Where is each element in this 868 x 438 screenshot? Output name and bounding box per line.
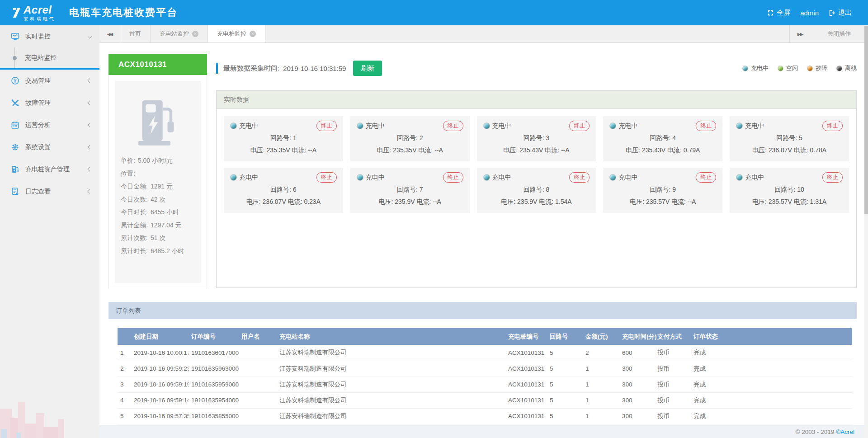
circuit-status: 充电中 [230, 174, 258, 182]
terminate-button[interactable]: 终止 [316, 121, 337, 131]
logo-subtext: 安科瑞电气 [24, 17, 56, 21]
circuit-status: 充电中 [357, 174, 385, 182]
circuit-card-grid: 充电中终止回路号: 1电压: 235.35V 电流: --A充电中终止回路号: … [217, 109, 856, 220]
tab-close-icon[interactable]: × [192, 31, 198, 37]
circuit-number: 回路号: 8 [483, 186, 590, 194]
orders-table-wrap: 创建日期订单编号用户名充电站名称充电桩编号回路号金额(元)充电时间(分)支付方式… [108, 319, 857, 425]
circuit-values: 电压: 235.57V 电流: 1.31A [736, 198, 843, 206]
chevron-left-icon [88, 189, 92, 194]
device-stats-list: 单价:5.00 小时/元位置:今日金额:1291 元今日次数:42 次今日时长:… [115, 157, 201, 255]
chevron-left-icon [88, 79, 92, 83]
sidebar-subitem[interactable]: 充电站监控 [0, 47, 99, 68]
page-title: 电瓶车充电桩收费平台 [69, 6, 178, 19]
circuit-number: 回路号: 2 [357, 134, 463, 142]
pile-asset-icon [11, 165, 19, 174]
tabs-container: 首页充电站监控×充电桩监控× [120, 25, 265, 42]
sidebar: 实时监控充电站监控交易管理故障管理运营分析系统设置充电桩资产管理日志查看 [0, 25, 99, 438]
username: admin [800, 9, 819, 17]
tabs-scroll-left-button[interactable]: ◀◀ [99, 25, 120, 42]
circuit-number: 回路号: 1 [230, 134, 337, 142]
terminate-button[interactable]: 终止 [696, 121, 716, 131]
orders-column-header: 回路号 [547, 328, 583, 345]
circuit-card: 充电中终止回路号: 4电压: 235.43V 电流: 0.79A [603, 116, 722, 161]
status-ball-icon [807, 66, 813, 71]
refresh-row: 最新数据采集时间: 2019-10-16 10:31:59 刷新 充电中空闲故障… [216, 59, 857, 77]
legend-item: 故障 [807, 64, 827, 72]
sidebar-item-4[interactable]: 系统设置 [0, 136, 99, 158]
status-ball-icon [230, 174, 237, 181]
chevron-left-icon [88, 145, 92, 150]
table-row[interactable]: 22019-10-16 09:59:231910163596300046江苏安科… [118, 361, 852, 377]
terminate-button[interactable]: 终止 [443, 121, 463, 131]
terminate-button[interactable]: 终止 [569, 121, 590, 131]
sidebar-item-2[interactable]: 故障管理 [0, 92, 99, 114]
device-stat: 今日时长:6455 小时 [121, 208, 195, 217]
circuit-status: 充电中 [483, 174, 511, 182]
orders-column-header: 支付方式 [655, 328, 691, 345]
circuit-status: 充电中 [483, 122, 511, 130]
circuit-card: 充电中终止回路号: 2电压: 235.35V 电流: --A [350, 116, 470, 161]
device-stat: 位置: [121, 170, 195, 178]
footer-brand-link[interactable]: ©Acrel [836, 429, 854, 435]
circuit-values: 电压: 235.43V 电流: 0.79A [609, 146, 716, 155]
sidebar-item-3[interactable]: 运营分析 [0, 114, 99, 136]
circuit-status: 充电中 [736, 174, 764, 182]
circuit-values: 电压: 235.57V 电流: --A [609, 198, 716, 206]
status-ball-icon [483, 122, 490, 129]
device-stat: 累计金额:1297.04 元 [121, 221, 195, 230]
orders-column-header: 充电时间(分) [619, 328, 655, 345]
close-operations-button[interactable]: 关闭操作 [810, 25, 868, 42]
orders-header-row: 创建日期订单编号用户名充电站名称充电桩编号回路号金额(元)充电时间(分)支付方式… [118, 328, 852, 345]
sidebar-item-1[interactable]: 交易管理 [0, 70, 99, 92]
terminate-button[interactable]: 终止 [316, 172, 337, 183]
circuit-status: 充电中 [609, 122, 637, 130]
logout-button[interactable]: 退出 [829, 9, 852, 17]
tabbar: ◀◀ 首页充电站监控×充电桩监控× ▶▶ 关闭操作 [99, 25, 868, 43]
tab-2[interactable]: 充电桩监控× [208, 25, 265, 42]
realtime-monitor-icon [11, 32, 19, 41]
circuit-status: 充电中 [230, 122, 258, 130]
vertical-scrollbar[interactable] [864, 25, 868, 438]
scrollbar-thumb[interactable] [864, 26, 868, 214]
orders-column-header [118, 328, 131, 345]
orders-column-header: 金额(元) [583, 328, 619, 345]
collect-time-label: 最新数据采集时间: [223, 64, 279, 73]
orders-body: 12019-10-16 10:00:171910163601700047江苏安科… [118, 345, 852, 424]
cityscape-decoration [0, 384, 99, 438]
sidebar-item-6[interactable]: 日志查看 [0, 180, 99, 203]
refresh-button[interactable]: 刷新 [353, 61, 382, 76]
tab-close-icon[interactable]: × [250, 31, 256, 37]
realtime-data-title: 实时数据 [217, 91, 856, 109]
circuit-status: 充电中 [609, 174, 637, 182]
tab-0[interactable]: 首页 [120, 25, 151, 42]
circuit-number: 回路号: 3 [483, 134, 590, 142]
device-stat: 今日金额:1291 元 [121, 183, 195, 191]
legend-item: 离线 [836, 64, 857, 72]
circuit-number: 回路号: 7 [357, 186, 463, 194]
table-row[interactable]: 12019-10-16 10:00:171910163601700047江苏安科… [118, 345, 852, 361]
chevron-left-icon [88, 167, 92, 172]
terminate-button[interactable]: 终止 [822, 172, 843, 183]
terminate-button[interactable]: 终止 [443, 172, 463, 183]
circuit-card: 充电中终止回路号: 9电压: 235.57V 电流: --A [603, 168, 722, 213]
sidebar-item-0[interactable]: 实时监控 [0, 25, 99, 47]
terminate-button[interactable]: 终止 [696, 172, 716, 183]
terminate-button[interactable]: 终止 [822, 121, 843, 131]
table-row[interactable]: 32019-10-16 09:59:191910163595900045江苏安科… [118, 377, 852, 392]
tabs-scroll-right-button[interactable]: ▶▶ [789, 25, 810, 42]
charging-pile-icon [131, 94, 184, 148]
sidebar-item-5[interactable]: 充电桩资产管理 [0, 158, 99, 180]
fullscreen-button[interactable]: 全屏 [767, 9, 790, 17]
table-row[interactable]: 52019-10-16 09:57:351910163585500043江苏安科… [118, 408, 852, 424]
orders-column-header: 用户名 [239, 328, 277, 345]
device-id-header: ACX1010131 [108, 54, 207, 75]
terminate-button[interactable]: 终止 [569, 172, 590, 183]
status-legend: 充电中空闲故障离线 [742, 64, 857, 72]
user-menu[interactable]: admin [800, 9, 819, 17]
circuit-card: 充电中终止回路号: 8电压: 235.9V 电流: 1.54A [477, 168, 596, 213]
circuit-number: 回路号: 4 [609, 134, 716, 142]
circuit-values: 电压: 236.07V 电流: 0.23A [230, 198, 337, 206]
circuit-values: 电压: 235.9V 电流: --A [357, 198, 463, 206]
table-row[interactable]: 42019-10-16 09:59:141910163595400044江苏安科… [118, 392, 852, 408]
tab-1[interactable]: 充电站监控× [151, 25, 208, 42]
